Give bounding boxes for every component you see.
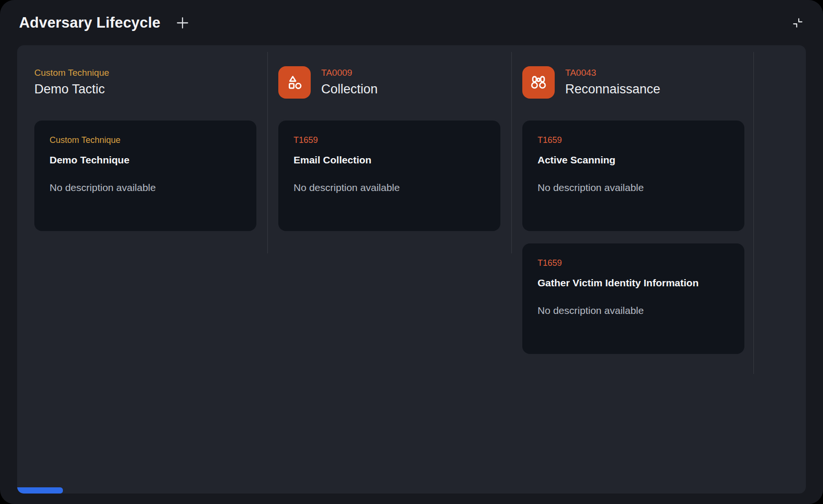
shapes-icon [278,66,311,99]
column-header: TA0043 Reconnaissance [522,66,744,99]
card-description: No description available [50,181,241,194]
column-divider [753,52,754,374]
column-cards: T1659 Email Collection No description av… [278,121,500,231]
column-header: TA0009 Collection [278,66,500,99]
column-cards: T1659 Active Scanning No description ava… [522,121,744,354]
column-cards: Custom Technique Demo Technique No descr… [34,121,256,231]
technique-card-email-collection[interactable]: T1659 Email Collection No description av… [278,121,500,231]
card-title: Active Scanning [538,154,729,166]
lifecycle-board: Custom Technique Demo Tactic Custom Tech… [17,45,806,494]
plus-icon [175,15,190,30]
card-code: T1659 [538,259,729,267]
column-name: Reconnaissance [565,81,660,97]
collapse-button[interactable] [792,17,804,29]
card-description: No description available [538,181,729,194]
technique-card-gather-victim-identity-information[interactable]: T1659 Gather Victim Identity Information… [522,243,744,354]
card-code: T1659 [294,136,485,144]
column-name: Collection [321,81,378,97]
horizontal-scrollbar-thumb[interactable] [17,487,63,494]
card-code: T1659 [538,136,729,144]
card-description: No description available [538,304,729,317]
collapse-corners-icon [792,17,804,29]
column-reconnaissance: TA0043 Reconnaissance T1659 Active Scann… [522,66,744,366]
technique-card-active-scanning[interactable]: T1659 Active Scanning No description ava… [522,121,744,231]
lifecycle-board-panel: Custom Technique Demo Tactic Custom Tech… [17,45,806,494]
card-title: Gather Victim Identity Information [538,277,729,289]
card-title: Demo Technique [50,154,241,166]
column-divider [267,52,268,253]
column-header: Custom Technique Demo Tactic [34,66,256,99]
column-code: TA0009 [321,68,378,77]
page-title: Adversary Lifecycle [19,14,161,31]
add-button[interactable] [175,15,190,30]
column-divider [511,52,512,253]
column-code: Custom Technique [34,68,109,77]
adversary-lifecycle-window: Adversary Lifecycle [0,0,823,504]
technique-card-demo-technique[interactable]: Custom Technique Demo Technique No descr… [34,121,256,231]
column-code: TA0043 [565,68,660,77]
column-collection: TA0009 Collection T1659 Email Collection… [278,66,500,243]
column-name: Demo Tactic [34,81,109,97]
column-demo-tactic: Custom Technique Demo Tactic Custom Tech… [34,66,256,243]
card-title: Email Collection [294,154,485,166]
card-code: Custom Technique [50,136,241,144]
card-description: No description available [294,181,485,194]
binoculars-icon [522,66,555,99]
header: Adversary Lifecycle [0,0,823,45]
